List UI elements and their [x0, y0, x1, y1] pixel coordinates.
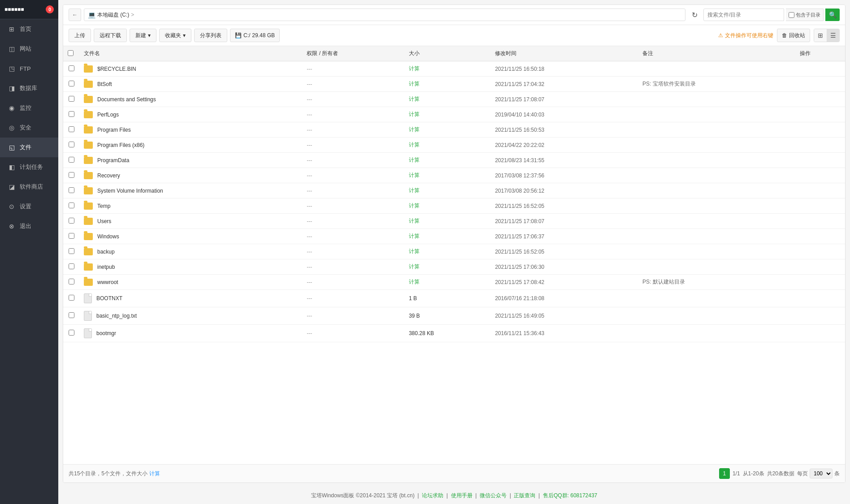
sidebar-item-home[interactable]: ⊞ 首页 — [0, 19, 58, 39]
action-header: 操作 — [795, 46, 845, 61]
row-checkbox[interactable] — [69, 218, 74, 224]
sidebar-item-monitor[interactable]: ◉ 监控 — [0, 98, 58, 118]
file-name-cell[interactable]: $RECYCLE.BIN — [84, 65, 298, 73]
sidebar-item-database[interactable]: ◨ 数据库 — [0, 78, 58, 98]
search-button[interactable]: 🔍 — [825, 9, 840, 21]
sidebar-item-settings[interactable]: ⊙ 设置 — [0, 197, 58, 216]
size-cell[interactable]: 计算 — [409, 248, 420, 254]
date-cell: 2021/11/25 17:08:07 — [495, 96, 544, 103]
size-cell[interactable]: 计算 — [409, 111, 420, 117]
size-cell[interactable]: 计算 — [409, 218, 420, 224]
sidebar-item-logout[interactable]: ⊗ 退出 — [0, 216, 58, 236]
size-cell[interactable]: 计算 — [409, 126, 420, 133]
row-checkbox[interactable] — [69, 233, 74, 239]
row-checkbox[interactable] — [69, 111, 74, 117]
summary-link[interactable]: 计算 — [149, 470, 160, 478]
remote-download-button[interactable]: 远程下载 — [94, 29, 127, 42]
file-name-cell[interactable]: backup — [84, 248, 298, 255]
perm-cell: --- — [307, 233, 312, 240]
search-include-checkbox-label[interactable]: 包含子目录 — [786, 9, 824, 21]
per-page-select[interactable]: 100 50 20 — [810, 469, 833, 478]
size-cell[interactable]: 计算 — [409, 65, 420, 72]
search-include-checkbox[interactable] — [789, 12, 794, 18]
sidebar-item-files[interactable]: ◱ 文件 — [0, 138, 58, 157]
select-all-header[interactable] — [63, 46, 79, 61]
size-cell[interactable]: 计算 — [409, 81, 420, 87]
sidebar-item-cron[interactable]: ◧ 计划任务 — [0, 157, 58, 177]
row-checkbox[interactable] — [69, 126, 74, 132]
row-checkbox[interactable] — [69, 248, 74, 254]
row-checkbox[interactable] — [69, 65, 74, 71]
collection-button[interactable]: 收藏夹 ▾ — [159, 29, 191, 42]
size-cell[interactable]: 计算 — [409, 172, 420, 178]
upload-button[interactable]: 上传 — [69, 29, 91, 42]
view-toggle: ⊞ ☰ — [814, 29, 840, 42]
select-all-checkbox[interactable] — [68, 50, 74, 56]
sidebar-header: ■■■■■■ 0 — [0, 0, 58, 19]
file-name-cell[interactable]: Documents and Settings — [84, 96, 298, 103]
file-name-cell[interactable]: Recovery — [84, 172, 298, 179]
row-checkbox[interactable] — [69, 172, 74, 178]
file-name-cell[interactable]: BOOTNXT — [84, 293, 298, 303]
row-checkbox[interactable] — [69, 81, 74, 86]
sidebar-item-store[interactable]: ◪ 软件商店 — [0, 177, 58, 197]
file-name-cell[interactable]: Users — [84, 218, 298, 225]
file-name-cell[interactable]: Windows — [84, 233, 298, 240]
row-checkbox[interactable] — [69, 142, 74, 147]
back-button[interactable]: ← — [69, 9, 81, 21]
row-checkbox[interactable] — [69, 202, 74, 208]
size-cell[interactable]: 计算 — [409, 279, 420, 285]
size-cell[interactable]: 计算 — [409, 187, 420, 194]
pagination: 1 1/1 从1-20条 共20条数据 每页 100 50 20 条 — [719, 468, 840, 479]
row-checkbox[interactable] — [69, 263, 74, 269]
row-checkbox[interactable] — [69, 157, 74, 163]
footer-link-qq[interactable]: 售后QQ群: 608172437 — [543, 492, 597, 499]
sidebar-item-site[interactable]: ◫ 网站 — [0, 39, 58, 59]
size-cell[interactable]: 计算 — [409, 157, 420, 163]
row-checkbox[interactable] — [69, 312, 74, 318]
file-name-cell[interactable]: inetpub — [84, 263, 298, 271]
size-cell[interactable]: 计算 — [409, 263, 420, 270]
share-list-button[interactable]: 分享列表 — [194, 29, 227, 42]
recycle-button[interactable]: 🗑 回收站 — [777, 29, 810, 42]
file-name-cell[interactable]: basic_ntp_log.txt — [84, 311, 298, 321]
new-button[interactable]: 新建 ▾ — [130, 29, 156, 42]
row-checkbox[interactable] — [69, 96, 74, 102]
date-cell: 2016/07/16 21:18:08 — [495, 295, 544, 302]
file-name-cell[interactable]: ProgramData — [84, 157, 298, 164]
search-input[interactable] — [703, 9, 784, 21]
refresh-button[interactable]: ↻ — [688, 9, 701, 21]
file-name-cell[interactable]: bootmgr — [84, 328, 298, 338]
file-name-cell[interactable]: Program Files (x86) — [84, 142, 298, 149]
row-checkbox[interactable] — [69, 330, 74, 336]
row-checkbox[interactable] — [69, 295, 74, 301]
footer-link-license[interactable]: 正版查询 — [514, 492, 535, 499]
sidebar-item-security[interactable]: ◎ 安全 — [0, 118, 58, 138]
action-cell — [795, 259, 845, 275]
action-cell — [795, 214, 845, 229]
home-icon: ⊞ — [7, 25, 16, 34]
footer-link-manual[interactable]: 使用手册 — [451, 492, 473, 499]
footer-link-wechat[interactable]: 微信公众号 — [480, 492, 507, 499]
sidebar-item-ftp[interactable]: ◳ FTP — [0, 59, 58, 78]
size-cell[interactable]: 计算 — [409, 202, 420, 209]
file-name-cell[interactable]: PerfLogs — [84, 111, 298, 118]
file-name-cell[interactable]: wwwroot — [84, 279, 298, 286]
fm-toolbar: ← 💻 本地磁盘 (C:) > ↻ 包含子目录 🔍 — [63, 5, 845, 25]
grid-view-button[interactable]: ⊞ — [814, 29, 827, 42]
size-cell[interactable]: 计算 — [409, 96, 420, 102]
footer-link-forum[interactable]: 论坛求助 — [422, 492, 443, 499]
page-total: 1/1 — [733, 470, 740, 477]
warning-text: ⚠ 文件操作可使用右键 — [718, 32, 773, 39]
file-name-cell[interactable]: BtSoft — [84, 81, 298, 88]
size-cell[interactable]: 计算 — [409, 142, 420, 148]
file-name-cell[interactable]: Temp — [84, 202, 298, 210]
row-checkbox[interactable] — [69, 187, 74, 193]
file-name-cell[interactable]: System Volume Information — [84, 187, 298, 194]
file-name-cell[interactable]: Program Files — [84, 126, 298, 134]
date-cell: 2021/08/23 14:31:55 — [495, 157, 544, 164]
row-checkbox[interactable] — [69, 279, 74, 284]
size-cell[interactable]: 计算 — [409, 233, 420, 239]
page-1-button[interactable]: 1 — [719, 468, 730, 479]
list-view-button[interactable]: ☰ — [827, 29, 839, 42]
